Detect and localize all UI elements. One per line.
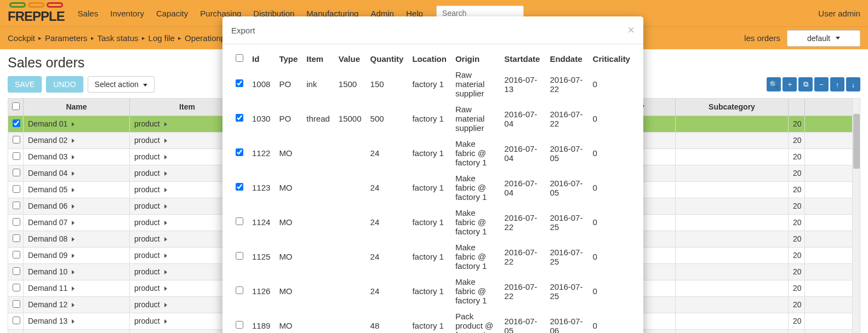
export-row[interactable]: 1122MO24factory 1Make fabric @ factory 1… — [231, 136, 635, 170]
close-icon[interactable]: × — [627, 24, 635, 36]
row-check[interactable] — [231, 205, 248, 239]
undo-button[interactable]: UNDO — [46, 76, 83, 93]
row-date[interactable]: 20 — [789, 215, 805, 231]
header-subcategory[interactable]: Subcategory — [676, 99, 789, 116]
row-check[interactable] — [231, 136, 248, 170]
row-date[interactable]: 20 — [789, 330, 805, 333]
row-subcat[interactable] — [676, 198, 789, 214]
row-check[interactable] — [8, 248, 24, 263]
row-subcat[interactable] — [676, 248, 789, 263]
nav-inventory[interactable]: Inventory — [110, 9, 144, 18]
row-name[interactable]: Demand 13 — [24, 313, 130, 329]
select-action-button[interactable]: Select action — [88, 76, 155, 93]
row-subcat[interactable] — [676, 182, 789, 198]
down-icon-button[interactable]: ↓ — [846, 77, 860, 91]
save-button[interactable]: SAVE — [8, 76, 42, 93]
row-check[interactable] — [8, 280, 24, 296]
row-date[interactable]: 20 — [789, 313, 805, 329]
row-name[interactable]: Demand 14 — [24, 330, 130, 333]
row-subcat[interactable] — [676, 297, 789, 313]
row-subcat[interactable] — [676, 264, 789, 280]
row-check[interactable] — [8, 133, 24, 148]
breadcrumb-item[interactable]: Cockpit — [8, 33, 35, 43]
row-check[interactable] — [8, 215, 24, 231]
row-subcat[interactable] — [676, 116, 789, 132]
row-check[interactable] — [8, 330, 24, 333]
row-check[interactable] — [8, 264, 24, 280]
row-check[interactable] — [8, 313, 24, 329]
export-row[interactable]: 1125MO24factory 1Make fabric @ factory 1… — [231, 239, 635, 274]
export-row[interactable]: 1124MO24factory 1Make fabric @ factory 1… — [231, 205, 635, 239]
row-name[interactable]: Demand 07 — [24, 215, 130, 231]
row-name[interactable]: Demand 01 — [24, 116, 130, 132]
row-name[interactable]: Demand 08 — [24, 231, 130, 247]
row-name[interactable]: Demand 10 — [24, 264, 130, 280]
row-name[interactable]: Demand 03 — [24, 149, 130, 165]
row-date[interactable]: 20 — [789, 149, 805, 165]
row-check[interactable] — [8, 182, 24, 198]
nav-capacity[interactable]: Capacity — [156, 9, 188, 18]
logo[interactable]: FREPPLE — [8, 2, 65, 24]
row-name[interactable]: Demand 12 — [24, 297, 130, 313]
row-date[interactable]: 20 — [789, 165, 805, 181]
row-check[interactable] — [8, 198, 24, 214]
row-name[interactable]: Demand 11 — [24, 280, 130, 296]
row-name[interactable]: Demand 05 — [24, 182, 130, 198]
row-subcat[interactable] — [676, 149, 789, 165]
select-all-checkbox[interactable] — [236, 54, 243, 62]
row-check[interactable] — [231, 308, 248, 333]
default-select[interactable]: default — [787, 30, 860, 47]
scrollbar[interactable] — [852, 99, 860, 333]
row-date[interactable]: 20 — [789, 264, 805, 280]
breadcrumb-item[interactable]: Parameters — [45, 33, 88, 43]
row-check[interactable] — [231, 274, 248, 308]
add-icon-button[interactable]: ＋ — [783, 77, 797, 91]
user-link[interactable]: User admin — [818, 9, 860, 18]
row-subcat[interactable] — [676, 231, 789, 247]
row-check[interactable] — [231, 239, 248, 274]
export-row[interactable]: 1189MO48factory 1Pack product @ factory … — [231, 308, 635, 333]
row-check[interactable] — [8, 231, 24, 247]
export-row[interactable]: 1030POthread15000500factory 1Raw materia… — [231, 101, 635, 136]
row-subcat[interactable] — [676, 280, 789, 296]
row-date[interactable]: 20 — [789, 280, 805, 296]
row-subcat[interactable] — [676, 330, 789, 333]
row-name[interactable]: Demand 06 — [24, 198, 130, 214]
copy-icon-button[interactable]: ⧉ — [798, 77, 813, 91]
row-date[interactable]: 20 — [789, 297, 805, 313]
row-name[interactable]: Demand 02 — [24, 133, 130, 148]
nav-sales[interactable]: Sales — [78, 9, 99, 18]
breadcrumb-item[interactable]: Log file — [149, 33, 175, 43]
scrollbar-thumb[interactable] — [853, 114, 860, 169]
row-name[interactable]: Demand 04 — [24, 165, 130, 181]
export-row[interactable]: 1126MO24factory 1Make fabric @ factory 1… — [231, 274, 635, 308]
breadcrumb-item[interactable]: Task status — [98, 33, 139, 43]
row-date[interactable]: 20 — [789, 248, 805, 263]
row-check[interactable] — [8, 149, 24, 165]
export-row[interactable]: 1123MO24factory 1Make fabric @ factory 1… — [231, 170, 635, 205]
header-checkbox[interactable] — [231, 51, 248, 67]
search-icon-button[interactable]: 🔍 — [767, 77, 781, 91]
row-check[interactable] — [231, 101, 248, 136]
header-check[interactable] — [8, 99, 24, 116]
row-name[interactable]: Demand 09 — [24, 248, 130, 263]
row-check[interactable] — [231, 67, 248, 101]
remove-icon-button[interactable]: − — [814, 77, 829, 91]
row-subcat[interactable] — [676, 165, 789, 181]
up-icon-button[interactable]: ↑ — [830, 77, 844, 91]
row-check[interactable] — [231, 170, 248, 205]
row-check[interactable] — [8, 116, 24, 132]
export-row[interactable]: 1008POink1500150factory 1Raw material su… — [231, 67, 635, 101]
row-check[interactable] — [8, 165, 24, 181]
row-subcat[interactable] — [676, 215, 789, 231]
row-date[interactable]: 20 — [789, 182, 805, 198]
row-date[interactable]: 20 — [789, 231, 805, 247]
row-date[interactable]: 20 — [789, 133, 805, 148]
row-subcat[interactable] — [676, 133, 789, 148]
row-date[interactable]: 20 — [789, 116, 805, 132]
header-date[interactable] — [789, 99, 805, 116]
header-name[interactable]: Name — [24, 99, 130, 116]
row-subcat[interactable] — [676, 313, 789, 329]
row-check[interactable] — [8, 297, 24, 313]
row-date[interactable]: 20 — [789, 198, 805, 214]
